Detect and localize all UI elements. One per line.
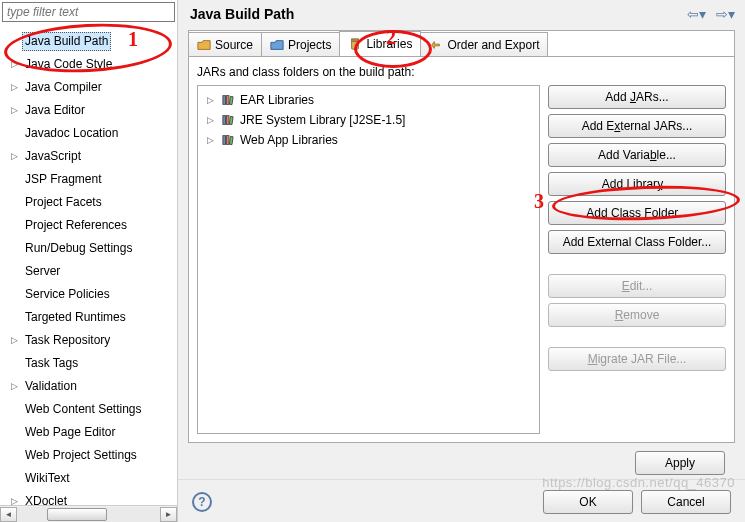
sidebar-item-web-page-editor[interactable]: Web Page Editor: [0, 421, 177, 444]
scroll-thumb[interactable]: [47, 508, 107, 521]
libraries-list[interactable]: ▷ EAR Libraries ▷ JRE System Library [J2…: [197, 85, 540, 434]
sidebar-item-run-debug[interactable]: Run/Debug Settings: [0, 237, 177, 260]
nav-back-icon[interactable]: ⇦▾: [687, 6, 706, 22]
sidebar-item-project-facets[interactable]: Project Facets: [0, 191, 177, 214]
expand-icon[interactable]: ▷: [8, 151, 20, 163]
sidebar-item-server[interactable]: Server: [0, 260, 177, 283]
scroll-left-icon[interactable]: ◄: [0, 507, 17, 522]
order-icon: [429, 39, 443, 51]
add-variable-button[interactable]: Add Variable...: [548, 143, 726, 167]
expand-icon[interactable]: ▷: [8, 381, 20, 393]
expand-icon[interactable]: ▷: [204, 94, 216, 106]
nav-forward-icon[interactable]: ⇨▾: [716, 6, 735, 22]
library-icon: [222, 134, 236, 146]
add-external-class-folder-button[interactable]: Add External Class Folder...: [548, 230, 726, 254]
folder-icon: [270, 39, 284, 51]
help-icon[interactable]: ?: [192, 492, 212, 512]
add-jars-button[interactable]: Add JARs...: [548, 85, 726, 109]
expand-icon[interactable]: ▷: [8, 105, 20, 117]
sidebar-item-wikitext[interactable]: WikiText: [0, 467, 177, 490]
expand-icon[interactable]: ▷: [8, 59, 20, 71]
expand-icon[interactable]: ▷: [204, 114, 216, 126]
expand-icon[interactable]: ▷: [8, 82, 20, 94]
apply-button[interactable]: Apply: [635, 451, 725, 475]
page-title: Java Build Path: [190, 6, 294, 22]
svg-rect-4: [223, 116, 226, 125]
sidebar-item-project-references[interactable]: Project References: [0, 214, 177, 237]
watermark: https://blog.csdn.net/qq_46370: [542, 475, 735, 490]
list-item[interactable]: ▷ JRE System Library [J2SE-1.5]: [200, 110, 537, 130]
sidebar-item-java-code-style[interactable]: ▷Java Code Style: [0, 53, 177, 76]
expand-icon[interactable]: ▷: [8, 335, 20, 347]
migrate-jar-button: Migrate JAR File...: [548, 347, 726, 371]
filter-input[interactable]: [7, 5, 170, 19]
svg-rect-5: [226, 116, 229, 125]
sidebar-item-service-policies[interactable]: Service Policies: [0, 283, 177, 306]
svg-rect-3: [229, 96, 233, 104]
library-icon: [222, 94, 236, 106]
library-icon: [222, 114, 236, 126]
sidebar-item-validation[interactable]: ▷Validation: [0, 375, 177, 398]
sidebar-item-java-compiler[interactable]: ▷Java Compiler: [0, 76, 177, 99]
edit-button: Edit...: [548, 274, 726, 298]
horizontal-scrollbar[interactable]: ◄ ►: [0, 505, 177, 522]
svg-rect-8: [226, 136, 229, 145]
expand-icon[interactable]: ▷: [8, 496, 20, 506]
folder-icon: [197, 39, 211, 51]
svg-rect-6: [229, 116, 233, 124]
preferences-tree[interactable]: Java Build Path ▷Java Code Style ▷Java C…: [0, 24, 177, 505]
tab-libraries[interactable]: Libraries: [339, 31, 421, 57]
sidebar-item-java-build-path[interactable]: Java Build Path: [0, 30, 177, 53]
svg-rect-7: [223, 136, 226, 145]
sidebar-item-javadoc-location[interactable]: Javadoc Location: [0, 122, 177, 145]
tab-projects[interactable]: Projects: [261, 32, 340, 56]
jar-icon: [348, 38, 362, 50]
sidebar-item-xdoclet[interactable]: ▷XDoclet: [0, 490, 177, 505]
sidebar-item-task-tags[interactable]: Task Tags: [0, 352, 177, 375]
svg-rect-1: [223, 96, 226, 105]
add-library-button[interactable]: Add Library...: [548, 172, 726, 196]
sidebar-item-targeted-runtimes[interactable]: Targeted Runtimes: [0, 306, 177, 329]
svg-rect-2: [226, 96, 229, 105]
sidebar-item-task-repository[interactable]: ▷Task Repository: [0, 329, 177, 352]
sidebar-item-jsp-fragment[interactable]: JSP Fragment: [0, 168, 177, 191]
sidebar-item-web-project-settings[interactable]: Web Project Settings: [0, 444, 177, 467]
add-external-jars-button[interactable]: Add External JARs...: [548, 114, 726, 138]
sidebar-item-web-content-settings[interactable]: Web Content Settings: [0, 398, 177, 421]
ok-button[interactable]: OK: [543, 490, 633, 514]
svg-rect-9: [229, 136, 233, 144]
remove-button: Remove: [548, 303, 726, 327]
tab-source[interactable]: Source: [188, 32, 262, 56]
cancel-button[interactable]: Cancel: [641, 490, 731, 514]
sidebar-item-java-editor[interactable]: ▷Java Editor: [0, 99, 177, 122]
list-item[interactable]: ▷ EAR Libraries: [200, 90, 537, 110]
sidebar-item-javascript[interactable]: ▷JavaScript: [0, 145, 177, 168]
expand-icon[interactable]: ▷: [204, 134, 216, 146]
scroll-right-icon[interactable]: ►: [160, 507, 177, 522]
add-class-folder-button[interactable]: Add Class Folder...: [548, 201, 726, 225]
list-item[interactable]: ▷ Web App Libraries: [200, 130, 537, 150]
tab-order-export[interactable]: Order and Export: [420, 32, 548, 56]
filter-box[interactable]: [2, 2, 175, 22]
build-path-hint: JARs and class folders on the build path…: [197, 65, 726, 79]
build-path-tabs: Source Projects Libraries Order and Expo…: [188, 30, 735, 56]
